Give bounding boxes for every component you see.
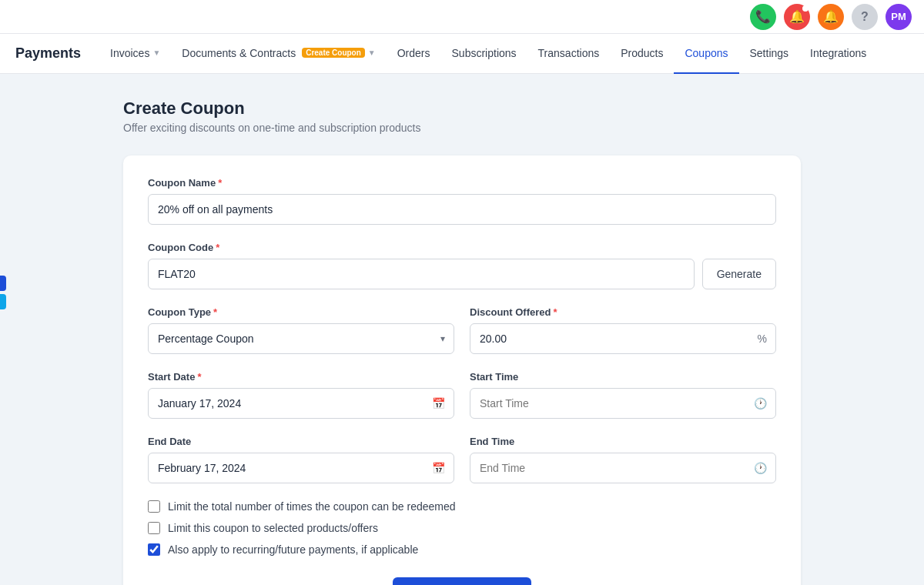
notification-icon[interactable]: 🔔 — [784, 4, 810, 30]
coupon-type-select[interactable]: Percentage Coupon Fixed Amount Coupon — [148, 323, 454, 354]
discount-input[interactable] — [470, 323, 776, 354]
left-dot-blue — [0, 276, 6, 291]
coupon-name-input[interactable] — [148, 194, 776, 225]
nav-subscriptions[interactable]: Subscriptions — [441, 34, 527, 74]
create-coupon-button[interactable]: Create Coupon — [393, 577, 531, 585]
end-date-wrapper: 📅 — [148, 453, 454, 483]
coupon-type-label: Coupon Type * — [148, 306, 454, 318]
discount-offered-label: Discount Offered * — [470, 306, 776, 318]
required-asterisk: * — [213, 306, 217, 318]
recurring-checkbox[interactable] — [148, 543, 160, 556]
end-time-wrapper: 🕐 — [470, 453, 776, 483]
start-date-time-row: Start Date * 📅 Start Time 🕐 — [148, 371, 776, 419]
end-time-label: End Time — [470, 436, 776, 447]
coupon-type-group: Coupon Type * Percentage Coupon Fixed Am… — [148, 306, 454, 354]
page-content: Create Coupon Offer exciting discounts o… — [92, 74, 832, 585]
page-subtitle: Offer exciting discounts on one-time and… — [123, 122, 801, 134]
start-time-group: Start Time 🕐 — [470, 371, 776, 419]
nav-invoices[interactable]: Invoices ▼ — [99, 34, 171, 74]
checkbox-limit-redemptions[interactable]: Limit the total number of times the coup… — [148, 500, 776, 513]
left-widget — [0, 276, 6, 309]
nav-products[interactable]: Products — [610, 34, 674, 74]
start-time-input[interactable] — [470, 388, 776, 419]
left-dot-teal — [0, 294, 6, 309]
start-time-label: Start Time — [470, 371, 776, 383]
required-asterisk: * — [197, 371, 201, 383]
phone-icon[interactable]: 📞 — [750, 4, 776, 30]
help-icon[interactable]: ? — [852, 4, 878, 30]
checkbox-limit-products[interactable]: Limit this coupon to selected products/o… — [148, 522, 776, 534]
coupon-type-discount-row: Coupon Type * Percentage Coupon Fixed Am… — [148, 306, 776, 354]
bell-icon[interactable]: 🔔 — [818, 4, 844, 30]
new-badge: Create Coupon — [302, 48, 365, 58]
discount-offered-group: Discount Offered * % — [470, 306, 776, 354]
start-date-label: Start Date * — [148, 371, 454, 383]
main-nav: Payments Invoices ▼ Documents & Contract… — [0, 34, 924, 74]
coupon-code-label: Coupon Code * — [148, 242, 776, 253]
nav-documents[interactable]: Documents & Contracts Create Coupon ▼ — [171, 34, 386, 74]
nav-integrations[interactable]: Integrations — [799, 34, 877, 74]
start-date-input[interactable] — [148, 388, 454, 419]
start-date-group: Start Date * 📅 — [148, 371, 454, 419]
discount-input-wrapper: % — [470, 323, 776, 354]
nav-orders[interactable]: Orders — [387, 34, 441, 74]
end-time-group: End Time 🕐 — [470, 436, 776, 483]
nav-transactions[interactable]: Transactions — [527, 34, 611, 74]
checkbox-recurring[interactable]: Also apply to recurring/future payments,… — [148, 543, 776, 556]
nav-coupons[interactable]: Coupons — [674, 34, 738, 74]
create-coupon-form: Coupon Name * Coupon Code * Generate Cou… — [123, 155, 801, 585]
checkbox-group: Limit the total number of times the coup… — [148, 500, 776, 556]
required-asterisk: * — [218, 177, 222, 189]
coupon-code-row: Generate — [148, 259, 776, 289]
coupon-type-select-wrapper: Percentage Coupon Fixed Amount Coupon ▾ — [148, 323, 454, 354]
end-date-input[interactable] — [148, 453, 454, 483]
nav-settings[interactable]: Settings — [739, 34, 800, 74]
chevron-down-icon: ▼ — [152, 48, 160, 57]
coupon-code-group: Coupon Code * Generate — [148, 242, 776, 289]
end-date-label: End Date — [148, 436, 454, 447]
limit-redemptions-checkbox[interactable] — [148, 500, 160, 513]
start-date-wrapper: 📅 — [148, 388, 454, 419]
coupon-name-group: Coupon Name * — [148, 177, 776, 225]
end-date-time-row: End Date 📅 End Time 🕐 — [148, 436, 776, 483]
chevron-down-icon: ▼ — [368, 48, 376, 57]
end-time-input[interactable] — [470, 453, 776, 483]
required-asterisk: * — [216, 242, 219, 253]
profile-icon[interactable]: PM — [886, 4, 912, 30]
form-actions: Create Coupon — [148, 577, 776, 585]
limit-products-checkbox[interactable] — [148, 522, 160, 534]
generate-button[interactable]: Generate — [702, 259, 776, 289]
topbar: 📞 🔔 🔔 ? PM — [0, 0, 924, 34]
start-time-wrapper: 🕐 — [470, 388, 776, 419]
coupon-name-label: Coupon Name * — [148, 177, 776, 189]
coupon-code-input[interactable] — [148, 259, 695, 289]
page-title: Create Coupon — [123, 99, 801, 119]
end-date-group: End Date 📅 — [148, 436, 454, 483]
required-asterisk: * — [553, 306, 557, 318]
nav-brand: Payments — [15, 45, 81, 62]
